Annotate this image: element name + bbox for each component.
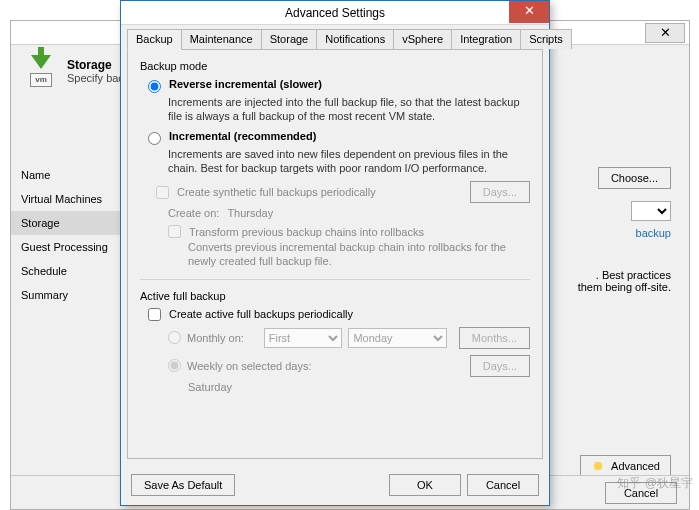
radio-weekly bbox=[168, 359, 181, 372]
active-full-title: Active full backup bbox=[140, 290, 530, 302]
transform-desc: Converts previous incremental backup cha… bbox=[188, 240, 530, 269]
weekly-days-button: Days... bbox=[470, 355, 530, 377]
reverse-desc: Increments are injected into the full ba… bbox=[168, 95, 530, 124]
tab-vsphere[interactable]: vSphere bbox=[393, 29, 452, 49]
group-active-full: Active full backup Create active full ba… bbox=[140, 290, 530, 393]
monthly-day-select: Monday bbox=[348, 328, 446, 348]
create-on-value: Thursday bbox=[227, 207, 273, 219]
wizard-close-button[interactable]: ✕ bbox=[645, 23, 685, 43]
weekly-label: Weekly on selected days: bbox=[187, 360, 312, 372]
tab-backup[interactable]: Backup bbox=[127, 29, 182, 50]
checkbox-active-full[interactable] bbox=[148, 308, 161, 321]
weekly-selected-day: Saturday bbox=[188, 381, 232, 393]
divider bbox=[140, 279, 530, 280]
gear-icon bbox=[591, 459, 605, 473]
dialog-title: Advanced Settings bbox=[121, 6, 549, 20]
create-on-label: Create on: bbox=[168, 207, 219, 219]
backup-mode-title: Backup mode bbox=[140, 60, 530, 72]
tab-notifications[interactable]: Notifications bbox=[316, 29, 394, 49]
group-backup-mode: Backup mode Reverse incremental (slower)… bbox=[140, 60, 530, 269]
close-button[interactable]: ✕ bbox=[509, 1, 549, 23]
monthly-label: Monthly on: bbox=[187, 332, 258, 344]
incremental-desc: Increments are saved into new files depe… bbox=[168, 147, 530, 176]
radio-monthly bbox=[168, 331, 181, 344]
synthetic-label: Create synthetic full backups periodical… bbox=[177, 186, 376, 198]
checkbox-synthetic bbox=[156, 186, 169, 199]
tab-scripts[interactable]: Scripts bbox=[520, 29, 572, 49]
radio-reverse-incremental[interactable] bbox=[148, 80, 161, 93]
checkbox-transform bbox=[168, 225, 181, 238]
ok-button[interactable]: OK bbox=[389, 474, 461, 496]
tab-body: Backup mode Reverse incremental (slower)… bbox=[127, 49, 543, 459]
wizard-cancel-button[interactable]: Cancel bbox=[605, 482, 677, 504]
tab-strip: Backup Maintenance Storage Notifications… bbox=[121, 25, 549, 49]
active-full-label: Create active full backups periodically bbox=[169, 308, 353, 320]
tab-integration[interactable]: Integration bbox=[451, 29, 521, 49]
synthetic-days-button: Days... bbox=[470, 181, 530, 203]
dialog-footer: Save As Default OK Cancel bbox=[121, 465, 549, 505]
tab-storage[interactable]: Storage bbox=[261, 29, 318, 49]
backup-link[interactable]: backup bbox=[636, 227, 671, 239]
cancel-button[interactable]: Cancel bbox=[467, 474, 539, 496]
tab-maintenance[interactable]: Maintenance bbox=[181, 29, 262, 49]
monthly-ordinal-select: First bbox=[264, 328, 343, 348]
transform-label: Transform previous backup chains into ro… bbox=[189, 226, 424, 238]
advanced-button[interactable]: Advanced bbox=[580, 455, 671, 477]
retention-select[interactable] bbox=[631, 201, 671, 221]
choose-button[interactable]: Choose... bbox=[598, 167, 671, 189]
radio-incremental[interactable] bbox=[148, 132, 161, 145]
save-as-default-button[interactable]: Save As Default bbox=[131, 474, 235, 496]
radio-reverse-label: Reverse incremental (slower) bbox=[169, 78, 322, 90]
storage-icon: vm bbox=[25, 55, 57, 87]
months-button: Months... bbox=[459, 327, 530, 349]
dialog-titlebar: Advanced Settings ✕ bbox=[121, 1, 549, 25]
advanced-settings-dialog: Advanced Settings ✕ Backup Maintenance S… bbox=[120, 0, 550, 506]
radio-incremental-label: Incremental (recommended) bbox=[169, 130, 316, 142]
